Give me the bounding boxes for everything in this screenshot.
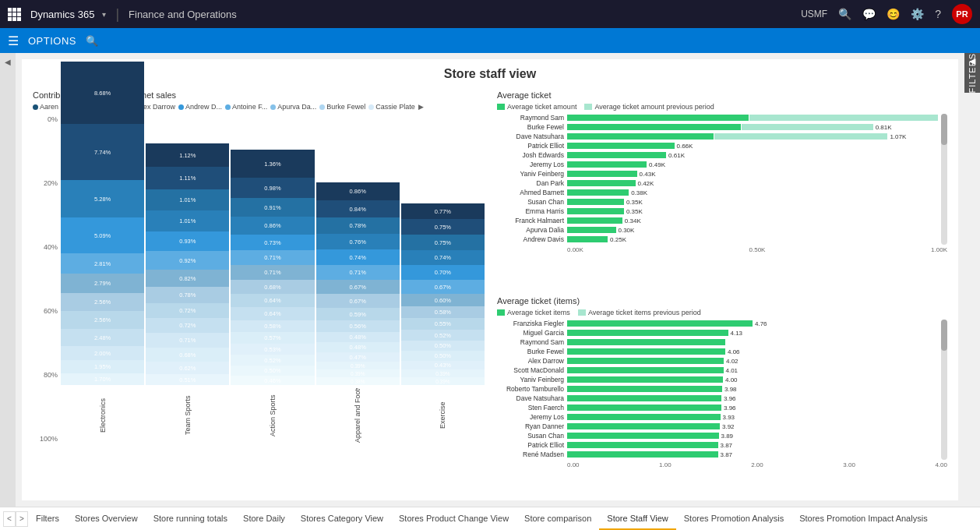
emoji-icon[interactable]: 😊 (887, 8, 900, 20)
search-icon[interactable]: 🔍 (838, 8, 851, 20)
h-bar-value: 0.43K (640, 171, 656, 178)
employee-name: Alex Darrow (497, 357, 567, 365)
employee-name: Andrew Davis (497, 235, 567, 243)
bar-segment: 0.84% (316, 200, 400, 217)
employee-name: Franziska Fiegler (497, 320, 567, 327)
bar-segment: 0.52% (401, 330, 485, 341)
bar-category-label: Apparel and Footwear (354, 388, 361, 443)
bar-segment: 0.70% (401, 265, 485, 280)
h-bar-value: 0.25K (610, 236, 626, 243)
tab-item-store-comparison[interactable]: Store comparison (516, 508, 599, 530)
h-bar-row: Susan Chan3.89 (497, 432, 938, 440)
bar-category-label: Exercise (439, 388, 446, 443)
h-bar-current (567, 358, 724, 364)
bar-stack[interactable]: 0.86%0.84%0.78%0.76%0.74%0.71%0.67%0.67%… (316, 89, 400, 385)
tab-item-filters[interactable]: Filters (28, 508, 67, 530)
h-bar-value: 3.93 (723, 414, 735, 421)
avg-items-scrollbar[interactable] (941, 320, 947, 460)
help-icon[interactable]: ? (935, 8, 941, 20)
bar-segment: 0.72% (146, 318, 229, 333)
bar-group[interactable]: 1.36%0.98%0.91%0.86%0.73%0.71%0.71%0.68%… (231, 89, 314, 443)
h-bar-current (567, 124, 741, 130)
hamburger-icon[interactable]: ☰ (8, 34, 19, 48)
brand-caret[interactable]: ▾ (102, 10, 106, 19)
h-bar-prev (714, 133, 888, 140)
h-bar-row: Susan Chan0.35K (497, 198, 938, 206)
grid-icon[interactable] (8, 8, 21, 21)
bar-segment: 0.77% (401, 203, 485, 219)
bar-stack[interactable]: 1.36%0.98%0.91%0.86%0.73%0.71%0.71%0.68%… (231, 89, 314, 385)
bar-stack[interactable]: 0.77%0.75%0.75%0.74%0.70%0.67%0.60%0.58%… (401, 89, 485, 385)
options-label: OPTIONS (28, 35, 76, 47)
h-bar-track: 4.00 (567, 376, 938, 383)
bar-segment: 0.52% (231, 355, 314, 366)
y-tick: 0% (33, 115, 58, 123)
employee-name: Susan Chan (497, 198, 567, 206)
bar-stack[interactable]: 1.12%1.11%1.01%1.01%0.93%0.92%0.82%0.78%… (146, 89, 229, 385)
tab-item-stores-category-view[interactable]: Stores Category View (293, 508, 391, 530)
h-bar-row: Apurva Dalia0.30K (497, 226, 938, 234)
bar-group[interactable]: 0.77%0.75%0.75%0.74%0.70%0.67%0.60%0.58%… (401, 89, 485, 443)
search-icon-sm[interactable]: 🔍 (86, 35, 98, 47)
h-bar-row: Jeremy Los0.49K (497, 161, 938, 168)
employee-name: Burke Fewel (497, 123, 567, 131)
h-bar-value: 3.89 (721, 433, 734, 440)
y-tick: 100% (33, 435, 58, 443)
h-bar-value: 4.00 (725, 376, 738, 383)
employee-name: Dave Natsuhara (497, 132, 567, 140)
sidebar-left: ◀ (0, 53, 16, 507)
h-bar-current (567, 143, 675, 149)
brand-name[interactable]: Dynamics 365 (30, 9, 94, 20)
h-bar-current (567, 386, 722, 392)
right-charts: Average ticket Average ticket amount Ave… (497, 90, 947, 493)
employee-name: Ahmed Barnett (497, 189, 567, 196)
tab-item-stores-overview[interactable]: Stores Overview (67, 508, 146, 530)
h-bar-row: Jeremy Los3.93 (497, 413, 938, 421)
settings-icon[interactable]: ⚙️ (911, 8, 924, 20)
nav-separator: | (115, 6, 119, 23)
tab-item-store-staff-view[interactable]: Store Staff View (599, 508, 675, 530)
bar-segment: 0.48% (316, 332, 400, 342)
legend-items-current-color (497, 309, 505, 316)
brand-sub: Finance and Operations (129, 9, 237, 20)
bar-group[interactable]: 8.68%7.74%5.28%5.09%2.81%2.79%2.56%2.56%… (61, 89, 144, 443)
bar-segment: 0.60% (401, 294, 485, 306)
employee-name: Patrick Elliot (497, 441, 567, 449)
bar-group[interactable]: 1.12%1.11%1.01%1.01%0.93%0.92%0.82%0.78%… (146, 89, 229, 443)
filters-collapse-arrow[interactable]: ◀ (964, 56, 980, 66)
bar-segment: 2.00% (61, 346, 144, 360)
legend-items-prev: Average ticket items previous period (578, 309, 701, 316)
tab-item-stores-promotion-analysis[interactable]: Stores Promotion Analysis (676, 508, 791, 530)
avg-ticket-scrollbar[interactable] (941, 114, 947, 245)
tab-item-stores-promotion-impact-analysis[interactable]: Stores Promotion Impact Analysis (791, 508, 935, 530)
y-axis: 100% 80% 60% 40% 20% 0% (33, 115, 61, 443)
avg-ticket-section: Average ticket Average ticket amount Ave… (497, 90, 947, 287)
tab-next-btn[interactable]: > (16, 511, 28, 527)
legend-items-prev-color (578, 309, 586, 316)
bar-segment: 0.71% (231, 265, 314, 280)
tab-prev-btn[interactable]: < (3, 511, 16, 527)
h-bar-prev (749, 115, 938, 121)
expand-icon[interactable]: ◀ (5, 58, 11, 66)
h-bar-current (567, 423, 720, 429)
employee-name: Yaniv Feinberg (497, 376, 567, 383)
tab-item-stores-product-change-view[interactable]: Stores Product Change View (391, 508, 516, 530)
h-bar-row: Raymond Sam1.17K (497, 114, 938, 122)
tab-item-store-daily[interactable]: Store Daily (235, 508, 293, 530)
bar-segment: 0.67% (316, 294, 400, 308)
bar-segment: 0.67% (401, 280, 485, 294)
bar-segment: 0.39% (316, 369, 400, 377)
h-bar-current (567, 133, 714, 140)
tab-item-store-running-totals[interactable]: Store running totals (146, 508, 235, 530)
bar-segment: 0.67% (316, 280, 400, 294)
user-avatar[interactable]: PR (952, 4, 972, 24)
h-bar-row: Yaniv Feinberg4.00 (497, 376, 938, 383)
bar-segment: 0.55% (401, 318, 485, 330)
comment-icon[interactable]: 💬 (862, 8, 876, 20)
bar-group[interactable]: 0.86%0.84%0.78%0.76%0.74%0.71%0.67%0.67%… (316, 89, 400, 443)
bar-stack[interactable]: 8.68%7.74%5.28%5.09%2.81%2.79%2.56%2.56%… (61, 89, 144, 385)
h-bar-current (567, 152, 666, 158)
h-bar-row: Patrick Elliot3.87 (497, 441, 938, 449)
employee-name: Jeremy Los (497, 413, 567, 421)
employee-name: Jeremy Los (497, 161, 567, 168)
